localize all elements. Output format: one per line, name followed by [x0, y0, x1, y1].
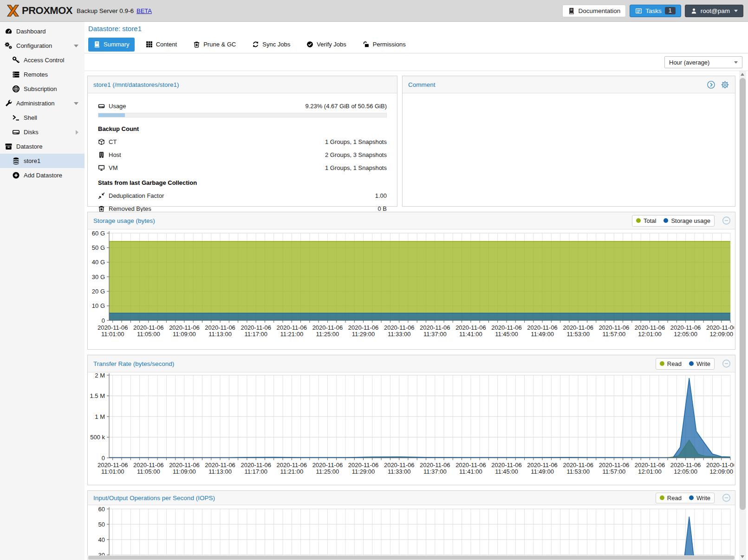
svg-text:12:09:00: 12:09:00: [709, 331, 733, 338]
svg-text:2020-11-06: 2020-11-06: [563, 324, 593, 331]
iops-legend: ReadWrite: [656, 493, 715, 503]
tab-label: Summary: [104, 41, 130, 48]
sidebar-item-shell[interactable]: Shell: [0, 111, 85, 125]
legend-label: Write: [696, 360, 710, 367]
collapse-panel-icon[interactable]: [722, 359, 731, 368]
sidebar-item-dashboard[interactable]: Dashboard: [0, 24, 85, 39]
legend-item-write[interactable]: Write: [689, 495, 710, 501]
svg-text:50 G: 50 G: [92, 244, 105, 251]
database-icon: [12, 157, 20, 165]
svg-text:2020-11-06: 2020-11-06: [133, 462, 164, 469]
caret-right-icon[interactable]: [76, 130, 78, 135]
sidebar-item-store1[interactable]: store1: [0, 154, 85, 168]
iops-header: Input/Output Operations per Second (IOPS…: [88, 491, 735, 505]
sidebar-item-configuration[interactable]: Configuration: [0, 39, 85, 53]
horizontal-scrollbar[interactable]: [87, 555, 735, 560]
collapse-panel-icon[interactable]: [722, 216, 731, 225]
tab-content[interactable]: Content: [141, 38, 182, 52]
legend-item-read[interactable]: Read: [660, 360, 682, 367]
legend-item-total[interactable]: Total: [636, 217, 656, 224]
svg-text:2020-11-06: 2020-11-06: [205, 324, 235, 331]
svg-text:0: 0: [102, 317, 105, 324]
row-value: 0 B: [377, 205, 387, 212]
sidebar-item-add-datastore[interactable]: Add Datastore: [0, 168, 85, 182]
tab-sync-jobs[interactable]: Sync Jobs: [247, 38, 295, 52]
sidebar-item-access-control[interactable]: Access Control: [0, 53, 85, 67]
chevron-down-icon: [734, 61, 738, 64]
vertical-scrollbar-thumb[interactable]: [740, 78, 746, 510]
legend-dot-icon: [663, 218, 668, 223]
svg-text:60: 60: [98, 506, 105, 513]
sidebar-item-datastore[interactable]: Datastore: [0, 139, 85, 154]
tab-label: Sync Jobs: [262, 41, 290, 48]
edit-chevron-circle-icon[interactable]: [707, 80, 715, 89]
gc-stats-rows: Deduplication Factor1.00Removed Bytes0 B: [88, 192, 397, 212]
tab-label: Verify Jobs: [317, 41, 346, 48]
svg-text:500 k: 500 k: [90, 434, 105, 441]
svg-text:2020-11-06: 2020-11-06: [98, 324, 128, 331]
comment-panel-header: Comment: [403, 76, 735, 93]
svg-text:2020-11-06: 2020-11-06: [98, 462, 128, 469]
transfer-rate-panel: Transfer Rate (bytes/second) ReadWrite 0…: [87, 355, 735, 485]
collapse-panel-icon[interactable]: [722, 494, 731, 502]
legend-dot-icon: [689, 495, 694, 500]
svg-text:2020-11-06: 2020-11-06: [169, 462, 200, 469]
tab-verify-jobs[interactable]: Verify Jobs: [301, 38, 351, 52]
svg-text:11:29:00: 11:29:00: [352, 468, 375, 475]
svg-text:10 G: 10 G: [92, 302, 105, 309]
tab-summary[interactable]: Summary: [88, 38, 135, 52]
svg-text:2020-11-06: 2020-11-06: [348, 462, 379, 469]
user-menu-button[interactable]: root@pam: [685, 5, 743, 17]
svg-text:11:13:00: 11:13:00: [208, 331, 232, 338]
vertical-scrollbar[interactable]: [739, 71, 746, 560]
svg-text:2020-11-06: 2020-11-06: [455, 462, 486, 469]
svg-text:11:49:00: 11:49:00: [531, 468, 554, 475]
timeframe-select[interactable]: Hour (average): [664, 56, 742, 68]
svg-text:2020-11-06: 2020-11-06: [635, 462, 665, 469]
storage-usage-header: Storage usage (bytes) TotalStorage usage: [88, 212, 735, 229]
caret-down-icon[interactable]: [74, 102, 78, 105]
svg-text:1.5 M: 1.5 M: [90, 392, 105, 399]
legend-dot-icon: [689, 361, 694, 366]
svg-text:2020-11-06: 2020-11-06: [706, 462, 734, 469]
svg-text:2020-11-06: 2020-11-06: [241, 462, 271, 469]
legend-item-read[interactable]: Read: [660, 495, 682, 501]
svg-text:2020-11-06: 2020-11-06: [635, 324, 665, 331]
sidebar-item-label: Add Datastore: [24, 172, 62, 179]
beta-link[interactable]: BETA: [137, 7, 152, 14]
documentation-button[interactable]: Documentation: [562, 5, 626, 17]
hdd-icon: [98, 103, 105, 110]
storage-usage-panel: Storage usage (bytes) TotalStorage usage…: [87, 212, 735, 350]
svg-text:11:17:00: 11:17:00: [244, 468, 267, 475]
row-value: 1 Groups, 1 Snapshots: [325, 164, 387, 171]
sidebar-item-subscription[interactable]: Subscription: [0, 82, 85, 96]
scroll-down-arrow-icon[interactable]: [741, 555, 744, 558]
gear-icon[interactable]: [721, 80, 729, 89]
sidebar-item-disks[interactable]: Disks: [0, 125, 85, 139]
proxmox-x-logo-icon: [6, 3, 20, 18]
storage-usage-legend: TotalStorage usage: [632, 215, 715, 227]
tab-prune-gc[interactable]: Prune & GC: [188, 38, 241, 52]
caret-down-icon[interactable]: [74, 45, 78, 47]
datastore-info-panel-header: store1 (/mnt/datastores/store1): [88, 76, 397, 93]
svg-text:2020-11-06: 2020-11-06: [384, 324, 415, 331]
chart-toolbar: Hour (average): [85, 53, 748, 71]
horizontal-scrollbar-thumb[interactable]: [88, 556, 735, 560]
comment-tools: [707, 80, 729, 89]
legend-item-write[interactable]: Write: [689, 360, 710, 367]
tasks-button[interactable]: Tasks 1: [630, 5, 681, 17]
sidebar-item-label: Configuration: [16, 42, 52, 49]
svg-text:11:21:00: 11:21:00: [280, 331, 303, 338]
deduplication-factor-row: Deduplication Factor1.00: [88, 192, 397, 199]
sidebar-item-remotes[interactable]: Remotes: [0, 67, 85, 82]
tab-permissions[interactable]: Permissions: [358, 38, 411, 52]
sidebar-item-label: Datastore: [16, 143, 42, 150]
svg-text:2020-11-06: 2020-11-06: [312, 462, 343, 469]
legend-item-storage-usage[interactable]: Storage usage: [663, 217, 710, 224]
svg-text:2020-11-06: 2020-11-06: [491, 462, 522, 469]
main-content: Datastore: store1 SummaryContentPrune & …: [85, 22, 748, 560]
usage-progress-bar: [98, 113, 387, 117]
scroll-up-arrow-icon[interactable]: [741, 73, 744, 76]
sidebar-item-administration[interactable]: Administration: [0, 96, 85, 111]
user-label: root@pam: [701, 7, 730, 14]
